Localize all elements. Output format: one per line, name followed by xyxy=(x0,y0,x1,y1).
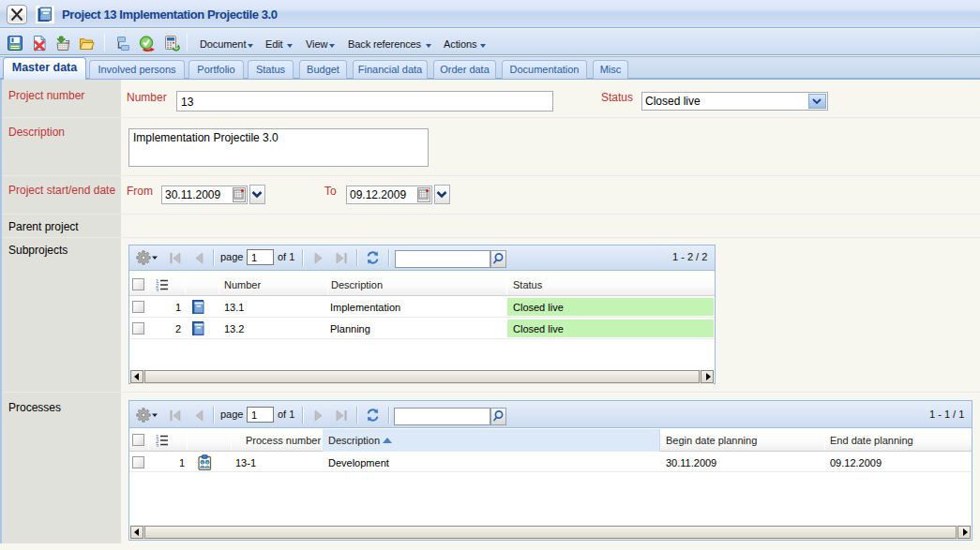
svg-text:3: 3 xyxy=(156,288,159,291)
svg-text:3: 3 xyxy=(156,443,159,447)
